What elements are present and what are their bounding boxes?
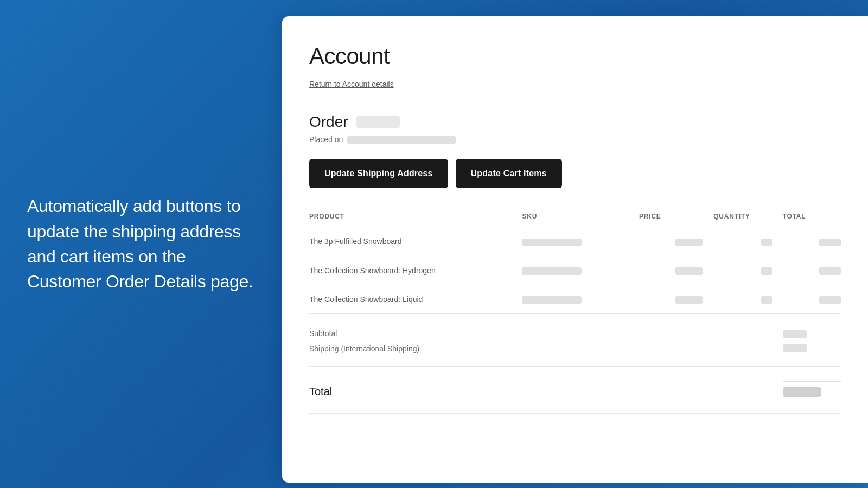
summary-rows: Subtotal Shipping (International Shippin… [309,314,841,367]
total-value-container [783,381,841,402]
column-header-price: PRICE [628,206,703,227]
sku-cell-3 [511,285,628,313]
sku-blurred-3 [522,296,582,304]
total-blurred-2 [819,267,841,275]
table-row: The Collection Snowboard: Hydrogen [309,256,841,285]
qty-blurred-2 [761,267,772,275]
total-value-cell [772,367,841,414]
shipping-value-row [783,341,841,355]
shipping-row: Shipping (International Shipping) [309,341,772,356]
update-shipping-address-button[interactable]: Update Shipping Address [309,159,448,188]
order-title: Order [309,113,841,131]
account-card: Account Return to Account details Order … [282,16,868,483]
summary-values-cell [772,314,841,367]
table-row: The Collection Snowboard: Liquid [309,285,841,313]
shipping-label: Shipping (International Shipping) [309,344,419,353]
table-row: The 3p Fulfilled Snowboard [309,227,841,256]
total-cell-1 [772,227,841,256]
column-header-sku: SKU [511,206,628,227]
total-cell-2 [772,256,841,285]
column-header-product: PRODUCT [309,206,511,227]
order-table: PRODUCT SKU PRICE QUANTITY TOTAL The 3p … [309,206,841,414]
placed-on-text: Placed on [309,135,841,144]
price-cell-3 [628,285,703,313]
order-id-blurred [356,116,400,128]
subtotal-section: Subtotal Shipping (International Shippin… [309,326,772,356]
qty-blurred-3 [761,296,772,304]
total-blurred-1 [819,239,841,246]
total-row: Total [309,367,841,414]
total-cell-3 [772,285,841,313]
total-label-cell: Total [309,367,772,414]
order-section: Order Placed on [309,113,841,144]
product-name-cell: The Collection Snowboard: Liquid [309,285,511,313]
price-blurred-3 [675,296,703,304]
return-to-account-link[interactable]: Return to Account details [309,80,394,88]
price-blurred-1 [675,239,703,246]
shipping-value-blurred [783,344,807,352]
order-label: Order [309,113,348,130]
page-title: Account [309,43,841,69]
subtotal-row: Subtotal [309,326,772,341]
product-name-cell: The Collection Snowboard: Hydrogen [309,256,511,285]
total-label-container: Total [309,380,772,403]
total-blurred-3 [819,296,841,304]
sku-cell-2 [511,256,628,285]
price-cell-2 [628,256,703,285]
product-link-hydrogen[interactable]: The Collection Snowboard: Hydrogen [309,266,436,275]
qty-cell-2 [703,256,771,285]
qty-blurred-1 [761,239,772,246]
subtotal-value-blurred [783,330,807,338]
action-buttons: Update Shipping Address Update Cart Item… [309,159,841,188]
right-panel: Account Return to Account details Order … [282,0,868,488]
total-label: Total [309,386,332,398]
price-blurred-2 [675,267,703,275]
update-cart-items-button[interactable]: Update Cart Items [456,159,562,188]
table-header-row: PRODUCT SKU PRICE QUANTITY TOTAL [309,206,841,227]
sku-blurred-1 [522,239,582,246]
total-value-blurred [783,387,821,397]
column-header-quantity: QUANTITY [703,206,771,227]
product-name-cell: The 3p Fulfilled Snowboard [309,227,511,256]
summary-values [783,327,841,355]
placed-on-value-blurred [347,136,456,144]
column-header-total: TOTAL [772,206,841,227]
left-panel: Automatically add buttons to update the … [0,0,282,488]
qty-cell-1 [703,227,771,256]
product-link-snowboard-3p[interactable]: The 3p Fulfilled Snowboard [309,237,401,246]
subtotal-label: Subtotal [309,329,337,338]
sku-blurred-2 [522,267,582,275]
feature-description: Automatically add buttons to update the … [27,194,255,294]
product-link-liquid[interactable]: The Collection Snowboard: Liquid [309,295,423,304]
placed-on-label: Placed on [309,135,343,144]
qty-cell-3 [703,285,771,313]
price-cell-1 [628,227,703,256]
sku-cell-1 [511,227,628,256]
summary-labels-cell: Subtotal Shipping (International Shippin… [309,314,772,367]
subtotal-value-row [783,327,841,341]
